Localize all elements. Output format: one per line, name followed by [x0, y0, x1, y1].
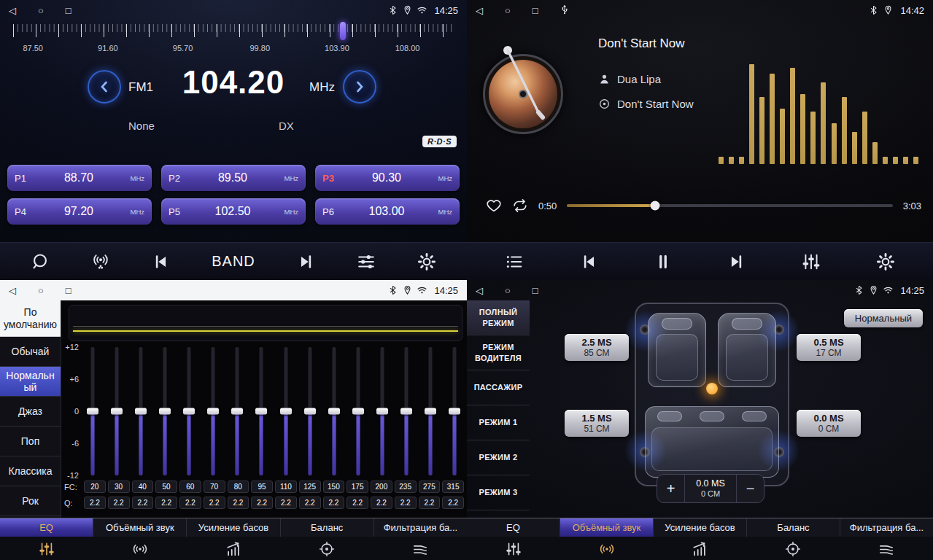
- surround-mode-4[interactable]: РЕЖИМ 2: [467, 440, 530, 475]
- eq-band-slider[interactable]: [328, 347, 341, 475]
- slider-handle[interactable]: [376, 408, 388, 415]
- audio-tab-0[interactable]: EQ: [467, 518, 560, 537]
- home-button[interactable]: ○: [505, 6, 511, 15]
- previous-track-icon[interactable]: [579, 252, 598, 271]
- radio-preset-p6[interactable]: P6103.00MHz: [315, 198, 460, 225]
- pause-icon[interactable]: [654, 252, 673, 271]
- slider-handle[interactable]: [183, 408, 195, 415]
- next-track-icon[interactable]: [727, 252, 746, 271]
- eq-band-slider[interactable]: [448, 347, 461, 475]
- balance-icon[interactable]: [280, 537, 373, 560]
- crossover-filter-icon[interactable]: [373, 537, 467, 560]
- surround-mode-1[interactable]: РЕЖИМ ВОДИТЕЛЯ: [467, 335, 530, 370]
- listening-position-marker[interactable]: [706, 383, 718, 394]
- slider-handle[interactable]: [304, 408, 316, 415]
- band-button[interactable]: BAND: [212, 253, 255, 270]
- surround-sound-icon[interactable]: [560, 537, 654, 560]
- eq-band-slider[interactable]: [255, 347, 268, 475]
- eq-preset-item-1[interactable]: Обычай: [0, 337, 61, 367]
- audio-tab-4[interactable]: Фильтрация ба...: [840, 518, 933, 537]
- home-button[interactable]: ○: [38, 286, 44, 295]
- seek-bar[interactable]: [567, 204, 892, 207]
- repeat-icon[interactable]: [512, 198, 528, 214]
- audio-tab-4[interactable]: Фильтрация ба...: [374, 518, 467, 537]
- eq-band-slider[interactable]: [206, 347, 220, 475]
- surround-mode-2[interactable]: ПАССАЖИР: [467, 370, 530, 405]
- eq-band-slider[interactable]: [231, 347, 244, 475]
- eq-band-slider[interactable]: [303, 347, 317, 475]
- tune-up-button[interactable]: [343, 70, 376, 104]
- bass-boost-icon[interactable]: [187, 537, 280, 560]
- surround-mode-5[interactable]: РЕЖИМ 3: [467, 475, 530, 510]
- settings-gear-icon[interactable]: [417, 252, 436, 271]
- slider-handle[interactable]: [231, 408, 243, 415]
- radio-preset-p3[interactable]: P390.30MHz: [315, 165, 460, 191]
- eq-band-slider[interactable]: [352, 347, 365, 475]
- eq-band-slider[interactable]: [400, 347, 413, 475]
- eq-band-slider[interactable]: [110, 347, 123, 475]
- decrease-delay-button[interactable]: −: [736, 475, 764, 502]
- recents-button[interactable]: □: [66, 6, 71, 15]
- surround-sound-icon[interactable]: [93, 537, 187, 560]
- slider-handle[interactable]: [111, 408, 123, 415]
- back-button[interactable]: ◁: [9, 6, 16, 15]
- recents-button[interactable]: □: [533, 286, 538, 295]
- eq-band-slider[interactable]: [134, 347, 147, 475]
- balance-icon[interactable]: [746, 537, 840, 560]
- home-button[interactable]: ○: [38, 6, 44, 15]
- surround-mode-0[interactable]: ПОЛНЫЙ РЕЖИМ: [467, 300, 530, 335]
- increase-delay-button[interactable]: +: [657, 475, 685, 502]
- eq-preset-item-5[interactable]: Классика: [0, 456, 61, 486]
- tune-settings-icon[interactable]: [357, 252, 376, 271]
- radio-preset-p1[interactable]: P188.70MHz: [7, 165, 152, 191]
- audio-tab-1[interactable]: Объёмный звук: [560, 518, 654, 537]
- eq-band-slider[interactable]: [376, 347, 389, 475]
- slider-handle[interactable]: [425, 408, 436, 415]
- radio-preset-p2[interactable]: P289.50MHz: [161, 165, 306, 191]
- eq-band-slider[interactable]: [158, 347, 171, 475]
- rear-right-delay[interactable]: 0.0 MS 0 СМ: [797, 410, 861, 437]
- slider-handle[interactable]: [449, 408, 460, 415]
- slider-handle[interactable]: [328, 408, 340, 415]
- eq-preset-item-4[interactable]: Поп: [0, 427, 61, 456]
- broadcast-icon[interactable]: [91, 252, 110, 271]
- front-left-delay[interactable]: 2.5 MS 85 СМ: [565, 334, 629, 361]
- playlist-icon[interactable]: [505, 252, 524, 271]
- eq-band-slider[interactable]: [279, 347, 293, 475]
- eq-band-slider[interactable]: [182, 347, 195, 475]
- slider-handle[interactable]: [255, 408, 267, 415]
- surround-mode-3[interactable]: РЕЖИМ 1: [467, 405, 530, 440]
- scan-icon[interactable]: [31, 252, 50, 271]
- frequency-ruler[interactable]: [13, 24, 454, 39]
- radio-preset-p4[interactable]: P497.20MHz: [7, 198, 152, 225]
- equalizer-icon[interactable]: [802, 252, 821, 271]
- seek-bar-thumb[interactable]: [650, 201, 659, 211]
- rear-left-delay[interactable]: 1.5 MS 51 СМ: [565, 410, 629, 437]
- settings-gear-icon[interactable]: [876, 252, 895, 271]
- slider-handle[interactable]: [352, 408, 364, 415]
- slider-handle[interactable]: [159, 408, 171, 415]
- eq-band-slider[interactable]: [86, 347, 99, 475]
- bass-boost-icon[interactable]: [654, 537, 747, 560]
- eq-sliders-icon[interactable]: [0, 537, 93, 560]
- eq-band-slider[interactable]: [424, 347, 437, 475]
- next-station-icon[interactable]: [297, 252, 316, 271]
- recents-button[interactable]: □: [66, 286, 71, 295]
- tuner-indicator[interactable]: [340, 22, 346, 40]
- slider-handle[interactable]: [87, 408, 98, 415]
- eq-preset-item-0[interactable]: По умолчанию: [0, 300, 61, 337]
- audio-tab-2[interactable]: Усиление басов: [187, 518, 280, 537]
- back-button[interactable]: ◁: [476, 286, 483, 295]
- audio-tab-3[interactable]: Баланс: [747, 518, 840, 537]
- eq-preset-item-2[interactable]: Нормальный: [0, 367, 61, 397]
- front-right-delay[interactable]: 0.5 MS 17 СМ: [797, 334, 861, 361]
- slider-handle[interactable]: [207, 408, 219, 415]
- crossover-filter-icon[interactable]: [840, 537, 933, 560]
- back-button[interactable]: ◁: [476, 6, 483, 15]
- radio-preset-p5[interactable]: P5102.50MHz: [161, 198, 306, 225]
- eq-preset-item-6[interactable]: Рок: [0, 486, 61, 516]
- eq-sliders-icon[interactable]: [467, 537, 560, 560]
- eq-preset-item-3[interactable]: Джаз: [0, 397, 61, 427]
- recents-button[interactable]: □: [533, 6, 538, 15]
- back-button[interactable]: ◁: [9, 286, 16, 295]
